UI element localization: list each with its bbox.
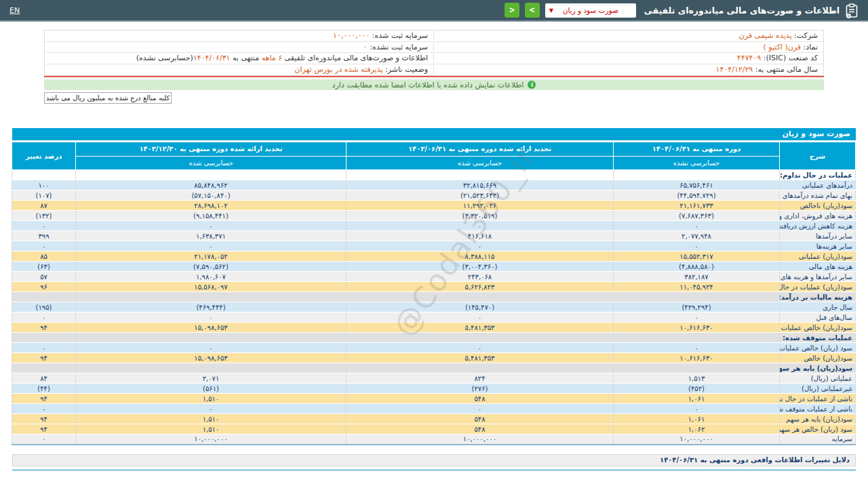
row-change-value: ۸۴ bbox=[12, 373, 76, 384]
row-period-value: (۴,۸۸۸,۵۸۰) bbox=[614, 262, 780, 272]
row-period-value bbox=[614, 170, 780, 180]
statement-data-row: سود(زیان) خالص عملیات در حال تداوم۱۰,۶۱۶… bbox=[12, 323, 856, 333]
row-period-value: ۰ bbox=[614, 312, 780, 323]
row-period-value: ۵,۴۸۱,۳۵۳ bbox=[347, 353, 614, 363]
row-label: سایر درآمدها bbox=[780, 231, 856, 241]
row-period-value bbox=[614, 333, 780, 343]
row-label: سال جاری bbox=[780, 302, 856, 312]
company-info-cell-left: اطلاعات و صورت‌های مالی میاندوره‌ای تلفی… bbox=[45, 54, 434, 62]
row-period-value: ۵,۶۲۶,۸۲۳ bbox=[347, 282, 614, 292]
chevron-down-icon: ▼ bbox=[549, 7, 553, 14]
row-label: سایر درآمدها و هزینه های غیرعملیاتی bbox=[780, 272, 856, 282]
info-label: سرمایه ثبت نشده: bbox=[368, 43, 428, 52]
statement-data-row: سود (زیان) خالص هر سهم - ریال۱,۰۶۲۵۴۸۱,۵… bbox=[12, 424, 856, 434]
row-period-value: ۰ bbox=[347, 241, 614, 251]
row-period-value: ۱,۶۳۸,۳۷۱ bbox=[76, 231, 347, 241]
row-label: بهای تمام شده درآمدهای عملیاتی bbox=[780, 190, 856, 201]
info-value: ۴۴۷۴۰۹ bbox=[737, 54, 761, 62]
row-period-value: (۴۵۲) bbox=[614, 384, 780, 394]
row-label: هزینه های فروش، اداری و عمومی bbox=[780, 211, 856, 221]
statement-data-row: سود (زیان) خالص عملیات متوقف شده۰۰۰۰ bbox=[12, 343, 856, 353]
row-period-value: ۰ bbox=[76, 221, 347, 231]
info-icon: i bbox=[528, 81, 536, 89]
row-period-value: ۰ bbox=[76, 404, 347, 414]
row-period-value: ۳۲,۸۱۵,۶۶۹ bbox=[347, 180, 614, 190]
row-period-value: (۳,۳۲۰,۵۱۹) bbox=[347, 211, 614, 221]
row-period-value: ۵۴۸ bbox=[347, 394, 614, 404]
language-switch-en[interactable]: EN bbox=[9, 6, 20, 15]
statement-section-row: عملیات در حال تداوم: bbox=[12, 170, 856, 180]
row-period-value: ۰ bbox=[76, 343, 347, 353]
info-label: سرمایه ثبت شده: bbox=[370, 31, 428, 40]
prev-statement-button[interactable]: < bbox=[505, 3, 519, 18]
next-statement-button[interactable]: > bbox=[525, 3, 540, 18]
row-period-value: ۰ bbox=[347, 312, 614, 323]
row-period-value: ۸۲۴ bbox=[347, 373, 614, 384]
row-period-value bbox=[76, 170, 347, 180]
row-change-value: ۰ bbox=[12, 434, 76, 445]
info-label: وضعیت ناشر: bbox=[383, 65, 428, 74]
statement-data-row: هزینه های فروش، اداری و عمومی(۷,۶۸۷,۳۶۳)… bbox=[12, 211, 856, 221]
row-period-value bbox=[76, 333, 347, 343]
row-label: عملیات متوقف شده: bbox=[780, 333, 856, 343]
row-period-value: (۷,۶۸۷,۳۶۳) bbox=[614, 211, 780, 221]
statement-header-row: شرح دوره منتهی به ۱۴۰۴/۰۶/۳۱ حسابرسی نشد… bbox=[12, 142, 856, 170]
row-period-value bbox=[614, 363, 780, 373]
row-change-value: ۱۰۰ bbox=[12, 180, 76, 190]
row-label: سود(زیان) عملیاتی bbox=[780, 251, 856, 262]
company-info-cell-left: سرمایه ثبت شده: ۱۰,۰۰۰,۰۰۰ bbox=[45, 31, 434, 40]
row-period-value: ۱۵,۰۹۸,۶۵۳ bbox=[76, 353, 347, 363]
row-label: سود(زیان) خالص bbox=[780, 353, 856, 363]
company-info-cell-left: سرمایه ثبت نشده: ۰ bbox=[45, 43, 434, 52]
statement-section-row: هزینه مالیات بر درآمد: bbox=[12, 292, 856, 302]
row-period-value: ۸۵,۸۴۸,۹۶۲ bbox=[76, 180, 347, 190]
row-period-value: ۰ bbox=[76, 241, 347, 251]
info-label: نماد: bbox=[801, 43, 818, 52]
row-period-value: ۱,۰۶۱ bbox=[614, 414, 780, 424]
dropdown-selected-value: صورت سود و زیان bbox=[563, 6, 618, 14]
row-period-value: ۰ bbox=[614, 343, 780, 353]
info-value: پذیرفته شده در بورس تهران bbox=[294, 65, 382, 74]
row-period-value: ۱,۵۱۰ bbox=[76, 424, 347, 434]
statement-data-row: سال جاری(۴۲۹,۲۹۴)(۱۴۵,۴۷۰)(۴۶۹,۴۴۴)(۱۹۵) bbox=[12, 302, 856, 312]
col-description: شرح bbox=[780, 142, 856, 170]
top-navbar: اطلاعات و صورت‌های مالی میاندوره‌ای تلفی… bbox=[0, 0, 868, 22]
reasons-expand-bar[interactable]: دلایل تغییرات اطلاعات واقعی دوره منتهی ب… bbox=[12, 454, 856, 466]
statement-title-bar: صورت سود و زیان bbox=[12, 128, 856, 140]
row-period-value: ۱۵,۰۹۸,۶۵۳ bbox=[76, 323, 347, 333]
signed-match-text: اطلاعات نمایش داده شده با اطلاعات امضا ش… bbox=[332, 81, 524, 89]
row-label: سایر هزینه‌ها bbox=[780, 241, 856, 251]
row-label: هزینه کاهش ارزش دریافتنی ها (هزینه استثن… bbox=[780, 221, 856, 231]
statement-data-row: ناشی از عملیات متوقف شده۰۰۰۰ bbox=[12, 404, 856, 414]
info-label: کد صنعت (ISIC): bbox=[761, 54, 818, 62]
row-period-value bbox=[347, 363, 614, 373]
info-value: ۱۴۰۴/۰۶/۳۱ bbox=[193, 54, 231, 62]
row-period-value: ۸,۳۸۸,۱۱۵ bbox=[347, 251, 614, 262]
row-label: غیرعملیاتی (ریال) bbox=[780, 384, 856, 394]
row-change-value: ۰ bbox=[12, 241, 76, 251]
row-period-value bbox=[347, 170, 614, 180]
company-info-row: شرکت: پدیده شیمی قرنسرمایه ثبت شده: ۱۰,۰… bbox=[45, 30, 823, 42]
row-label: ناشی از عملیات متوقف شده bbox=[780, 404, 856, 414]
statement-data-row: سال‌های قبل۰۰۰۰ bbox=[12, 312, 856, 323]
row-change-value: (۶۳) bbox=[12, 262, 76, 272]
statement-data-row: هزینه های مالی(۴,۸۸۸,۵۸۰)(۳,۰۰۴,۳۶۰)(۷,۵… bbox=[12, 262, 856, 272]
row-period-value: ۱,۵۱۳ bbox=[614, 373, 780, 384]
row-period-value bbox=[347, 333, 614, 343]
row-period-value: (۴۴,۵۹۴,۷۲۹) bbox=[614, 190, 780, 201]
row-period-value: (۷,۵۹۰,۵۶۲) bbox=[76, 262, 347, 272]
statement-type-dropdown[interactable]: صورت سود و زیان ▼ bbox=[545, 3, 636, 18]
info-value: پدیده شیمی قرن bbox=[739, 31, 792, 40]
statement-table-body: عملیات در حال تداوم:درآمدهای عملیاتی۶۵,۷… bbox=[12, 170, 856, 445]
row-period-value: ۵۴۸ bbox=[347, 424, 614, 434]
row-period-value: ۰ bbox=[347, 404, 614, 414]
row-label: درآمدهای عملیاتی bbox=[780, 180, 856, 190]
statement-data-row: سود(زیان) عملیات در حال تداوم قبل از مال… bbox=[12, 282, 856, 292]
row-change-value bbox=[12, 363, 76, 373]
statement-section-row: عملیات متوقف شده: bbox=[12, 333, 856, 343]
statement-data-row: غیرعملیاتی (ریال)(۴۵۲)(۲۷۶)(۵۶۱)(۴۴) bbox=[12, 384, 856, 394]
info-value: قرن( اکتیو ) bbox=[764, 43, 802, 52]
row-label: سود (زیان) خالص هر سهم - ریال bbox=[780, 424, 856, 434]
row-period-value: (۴۲۹,۲۹۴) bbox=[614, 302, 780, 312]
statement-data-row: ناشی از عملیات در حال تداوم۱,۰۶۱۵۴۸۱,۵۱۰… bbox=[12, 394, 856, 404]
